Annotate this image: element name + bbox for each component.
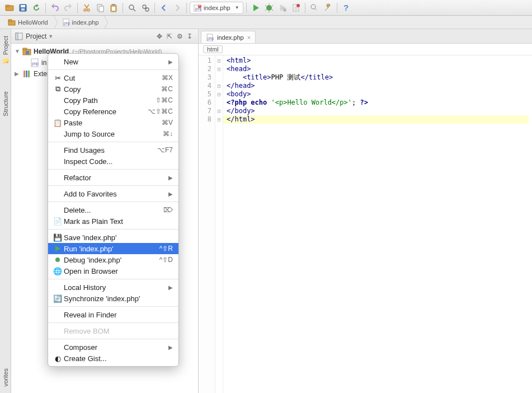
- cut-icon[interactable]: [81, 2, 93, 14]
- menu-open-browser[interactable]: 🌐Open in Browser: [48, 265, 178, 277]
- paste-icon: 📋: [53, 119, 63, 127]
- svg-rect-34: [23, 71, 25, 77]
- module-folder-icon: [22, 47, 31, 56]
- svg-point-21: [296, 4, 300, 7]
- refresh-icon[interactable]: [30, 2, 43, 14]
- menu-create-gist[interactable]: ◐Create Gist...: [48, 353, 178, 364]
- rerun-icon[interactable]: [290, 2, 302, 14]
- run-icon[interactable]: [249, 2, 262, 14]
- project-header: Project ▼ ✥ ⇱ ⚙ ↧: [11, 29, 198, 44]
- back-icon[interactable]: [158, 2, 170, 14]
- menu-run-file[interactable]: Run 'index.php'^⇧R: [48, 243, 178, 254]
- run-icon: [53, 245, 63, 252]
- menu-reveal-finder[interactable]: Reveal in Finder: [48, 309, 178, 320]
- main-toolbar: php index.php ▼ ?: [0, 0, 532, 16]
- svg-rect-1: [6, 5, 10, 7]
- editor-breadcrumb: html: [199, 44, 532, 55]
- svg-point-5: [84, 9, 86, 11]
- svg-rect-8: [99, 6, 103, 12]
- menu-remove-bom: Remove BOM: [48, 325, 178, 336]
- menu-find-usages[interactable]: Find Usages⌥F7: [48, 144, 178, 156]
- locate-icon[interactable]: ✥: [154, 31, 164, 41]
- run-config-label: index.php: [204, 4, 230, 11]
- undo-icon[interactable]: [49, 2, 61, 14]
- menu-delete[interactable]: Delete...⌦: [48, 204, 178, 216]
- stop-disabled-icon[interactable]: [276, 2, 289, 14]
- svg-rect-31: [26, 51, 29, 54]
- context-menu: New▶ ✂Cut⌘X ⧉Copy⌘C Copy Path⇧⌘C Copy Re…: [48, 53, 179, 367]
- copy-icon[interactable]: [94, 2, 106, 14]
- structure-tool-tab[interactable]: Structure: [2, 89, 10, 119]
- menu-composer[interactable]: Composer▶: [48, 341, 178, 353]
- svg-point-18: [266, 5, 272, 11]
- svg-rect-11: [112, 7, 115, 11]
- menu-copy-reference[interactable]: Copy Reference⌥⇧⌘C: [48, 106, 178, 117]
- menu-inspect-code[interactable]: Inspect Code...: [48, 156, 178, 167]
- menu-paste[interactable]: 📋Paste⌘V: [48, 117, 178, 128]
- menu-refactor[interactable]: Refactor▶: [48, 172, 178, 183]
- menu-cut[interactable]: ✂Cut⌘X: [48, 72, 178, 83]
- cut-icon: ✂: [53, 74, 63, 82]
- crumb-project[interactable]: HelloWorld: [0, 16, 54, 29]
- tools-icon[interactable]: [322, 2, 334, 14]
- text-icon: 📄: [53, 217, 63, 226]
- crumb-html[interactable]: html: [203, 45, 223, 53]
- svg-point-22: [311, 4, 316, 9]
- menu-debug-file[interactable]: Debug 'index.php'^⇧D: [48, 254, 178, 265]
- find-icon[interactable]: [126, 2, 138, 14]
- redo-icon[interactable]: [62, 2, 74, 14]
- settings-icon[interactable]: [308, 2, 321, 14]
- menu-synchronize[interactable]: 🔄Synchronize 'index.php': [48, 293, 178, 304]
- php-file-icon: php: [206, 34, 214, 41]
- collapse-all-icon[interactable]: ⇱: [164, 31, 175, 41]
- php-file-icon: php: [62, 18, 70, 26]
- debug-icon[interactable]: [263, 2, 275, 14]
- library-icon: [22, 69, 31, 78]
- svg-point-19: [283, 8, 286, 12]
- code-editor[interactable]: 12345678 ⊟⊟⊟⊟⊟⊟ <html> <head> <title>PHP…: [199, 55, 532, 393]
- menu-save-file[interactable]: 💾Save 'index.php': [48, 232, 178, 243]
- left-tool-tabs: 📁 Project Structure vorites: [0, 29, 11, 393]
- line-numbers: 12345678: [199, 55, 215, 393]
- save-icon: 💾: [53, 233, 63, 242]
- menu-local-history[interactable]: Local History▶: [48, 282, 178, 293]
- project-header-label: Project: [26, 32, 46, 40]
- debug-icon: [53, 256, 63, 263]
- browser-icon: 🌐: [53, 267, 63, 275]
- folder-icon: [8, 18, 16, 26]
- open-icon[interactable]: [3, 2, 16, 14]
- menu-copy[interactable]: ⧉Copy⌘C: [48, 83, 178, 95]
- svg-rect-36: [28, 71, 30, 77]
- svg-rect-10: [112, 4, 115, 6]
- fold-gutter[interactable]: ⊟⊟⊟⊟⊟⊟: [215, 55, 223, 393]
- svg-rect-35: [26, 71, 27, 77]
- replace-icon[interactable]: [139, 2, 152, 14]
- close-tab-icon[interactable]: ×: [247, 34, 251, 41]
- menu-new[interactable]: New▶: [48, 56, 178, 67]
- project-tool-tab[interactable]: 📁 Project: [1, 34, 10, 67]
- menu-mark-plain-text[interactable]: 📄Mark as Plain Text: [48, 216, 178, 227]
- svg-point-39: [55, 258, 60, 262]
- menu-jump-to-source[interactable]: Jump to Source⌘↓: [48, 128, 178, 139]
- save-icon[interactable]: [17, 2, 29, 14]
- crumb-file[interactable]: php index.php: [54, 16, 105, 29]
- github-icon: ◐: [53, 354, 63, 363]
- menu-add-favorites[interactable]: Add to Favorites▶: [48, 188, 178, 199]
- editor-tab[interactable]: php index.php ×: [201, 31, 256, 43]
- caret-icon[interactable]: ▼: [48, 34, 53, 39]
- favorites-tool-tab[interactable]: vorites: [2, 366, 10, 389]
- svg-rect-30: [23, 48, 27, 50]
- code-content[interactable]: <html> <head> <title>PHP 测试</title> </he…: [223, 55, 532, 393]
- project-view-icon: [15, 32, 23, 41]
- svg-text:php: php: [64, 21, 70, 26]
- paste-icon[interactable]: [107, 2, 120, 14]
- run-config-dropdown[interactable]: php index.php ▼: [190, 2, 243, 14]
- help-icon[interactable]: ?: [340, 2, 352, 14]
- forward-icon[interactable]: [171, 2, 183, 14]
- copy-icon: ⧉: [53, 85, 63, 93]
- svg-point-6: [87, 9, 90, 11]
- hide-icon[interactable]: ↧: [185, 31, 195, 41]
- menu-copy-path[interactable]: Copy Path⇧⌘C: [48, 95, 178, 106]
- gear-icon[interactable]: ⚙: [175, 31, 185, 41]
- breadcrumb: HelloWorld php index.php: [0, 16, 532, 29]
